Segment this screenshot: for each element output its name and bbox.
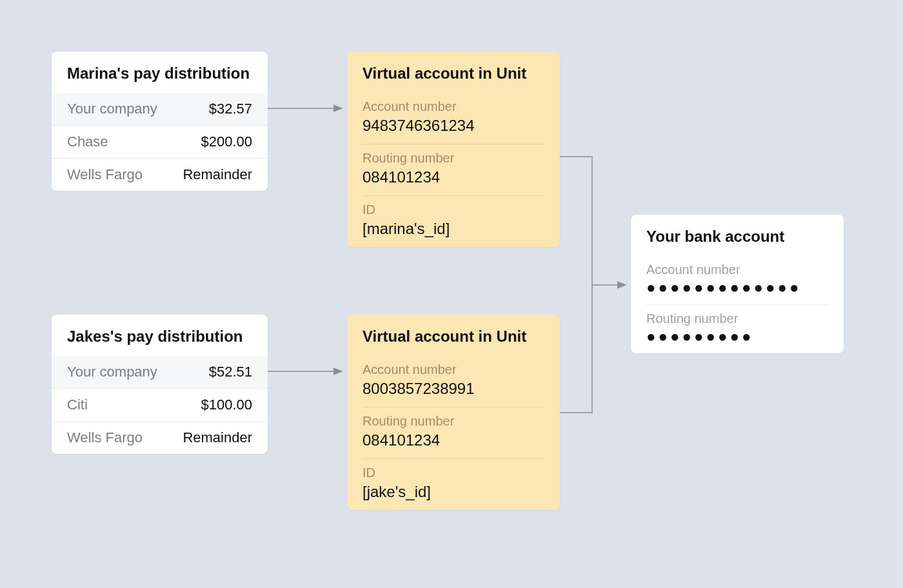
card-title: Jakes's pay distribution bbox=[52, 315, 268, 356]
section-label: Account number bbox=[362, 99, 544, 114]
pay-row-label: Citi bbox=[67, 397, 88, 413]
pay-row-label: Your company bbox=[67, 101, 157, 117]
pay-row-label: Wells Fargo bbox=[67, 429, 143, 446]
pay-row: Chase $200.00 bbox=[52, 125, 268, 158]
section-value: 9483746361234 bbox=[362, 117, 544, 135]
pay-row-label: Chase bbox=[67, 133, 108, 150]
virtual-account-marina: Virtual account in Unit Account number 9… bbox=[347, 52, 560, 247]
section-label: ID bbox=[362, 466, 544, 480]
section-value: [jake's_id] bbox=[362, 483, 544, 501]
section-value: 084101234 bbox=[362, 168, 544, 186]
section-value: 084101234 bbox=[362, 431, 544, 449]
id-section: ID [jake's_id] bbox=[347, 459, 560, 510]
section-value-masked: ●●●●●●●●● bbox=[646, 329, 828, 344]
account-number-section: Account number 8003857238991 bbox=[347, 356, 560, 407]
pay-row-label: Your company bbox=[67, 364, 157, 380]
pay-row-value: Remainder bbox=[183, 166, 252, 183]
section-label: Routing number bbox=[646, 311, 828, 326]
pay-row: Your company $52.51 bbox=[52, 356, 268, 388]
pay-row-value: $200.00 bbox=[201, 133, 252, 150]
routing-number-section: Routing number 084101234 bbox=[347, 407, 560, 458]
pay-row-label: Wells Fargo bbox=[67, 166, 143, 183]
card-title: Virtual account in Unit bbox=[347, 52, 560, 93]
pay-row-value: $52.51 bbox=[209, 364, 252, 380]
card-title: Virtual account in Unit bbox=[347, 315, 560, 356]
section-label: Routing number bbox=[362, 151, 544, 166]
virtual-account-jake: Virtual account in Unit Account number 8… bbox=[347, 315, 560, 510]
section-value: [marina's_id] bbox=[362, 220, 544, 238]
pay-row-value: $32.57 bbox=[209, 101, 252, 117]
account-number-section: Account number ●●●●●●●●●●●●● bbox=[631, 256, 844, 304]
connector-vertical-join bbox=[560, 157, 592, 413]
routing-number-section: Routing number 084101234 bbox=[347, 144, 560, 195]
section-label: Routing number bbox=[362, 414, 544, 429]
routing-number-section: Routing number ●●●●●●●●● bbox=[631, 305, 844, 353]
pay-row-value: $100.00 bbox=[201, 397, 252, 413]
pay-row: Citi $100.00 bbox=[52, 388, 268, 421]
section-value-masked: ●●●●●●●●●●●●● bbox=[646, 280, 828, 295]
bank-account-card: Your bank account Account number ●●●●●●●… bbox=[631, 215, 844, 353]
pay-row: Wells Fargo Remainder bbox=[52, 158, 268, 191]
account-number-section: Account number 9483746361234 bbox=[347, 93, 560, 144]
section-label: Account number bbox=[646, 262, 828, 277]
card-title: Marina's pay distribution bbox=[52, 52, 268, 93]
section-value: 8003857238991 bbox=[362, 380, 544, 398]
section-label: ID bbox=[362, 202, 544, 217]
pay-row: Wells Fargo Remainder bbox=[52, 421, 268, 454]
id-section: ID [marina's_id] bbox=[347, 196, 560, 247]
pay-row: Your company $32.57 bbox=[52, 93, 268, 125]
card-title: Your bank account bbox=[631, 215, 844, 256]
section-label: Account number bbox=[362, 362, 544, 377]
pay-distribution-marina: Marina's pay distribution Your company $… bbox=[52, 52, 268, 191]
pay-distribution-jake: Jakes's pay distribution Your company $5… bbox=[52, 315, 268, 454]
pay-row-value: Remainder bbox=[183, 429, 252, 446]
